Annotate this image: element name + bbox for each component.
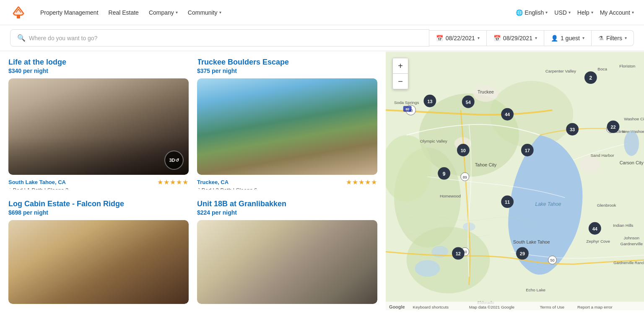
listing-image-lodge: 3D↺ <box>8 78 189 175</box>
guest-filter[interactable]: 👤 1 guest ▾ <box>544 30 592 46</box>
svg-text:50: 50 <box>550 258 554 262</box>
listing-image-truckee <box>197 78 377 175</box>
svg-text:54: 54 <box>466 100 471 105</box>
guest-icon: 👤 <box>551 35 558 42</box>
svg-text:Google: Google <box>389 304 405 309</box>
listing-title-cabin: Log Cabin Estate - Falcon Ridge <box>8 200 189 208</box>
listing-card-lodge[interactable]: Life at the lodge $340 per night 3D↺ Sou… <box>8 58 189 189</box>
listing-title-truckee: Truckee Boulders Escape <box>197 58 377 67</box>
search-placeholder: Where do you want to go? <box>29 35 97 42</box>
svg-text:Carpenter Valley: Carpenter Valley <box>545 69 576 73</box>
account-menu[interactable]: My Account ▾ <box>600 9 634 16</box>
main-layout: Life at the lodge $340 per night 3D↺ Sou… <box>0 51 644 311</box>
svg-text:Terms of Use: Terms of Use <box>540 305 565 309</box>
checkin-calendar-icon: 📅 <box>436 35 443 42</box>
svg-text:South Lake Tahoe: South Lake Tahoe <box>513 239 550 244</box>
filters-chevron-icon: ▾ <box>625 36 627 40</box>
svg-text:9: 9 <box>443 171 446 177</box>
checkout-date-filter[interactable]: 📅 08/29/2021 ▾ <box>487 30 544 46</box>
listing-meta-truckee: Truckee, CA ★★★★★ <box>197 178 377 186</box>
listing-location-lodge: South Lake Tahoe, CA <box>8 179 66 185</box>
svg-point-75 <box>624 131 639 156</box>
nav-real-estate[interactable]: Real Estate <box>109 9 139 16</box>
community-chevron-icon: ▾ <box>219 10 221 15</box>
listing-card-cabin[interactable]: Log Cabin Estate - Falcon Ridge $698 per… <box>8 200 189 304</box>
svg-text:80: 80 <box>405 107 409 111</box>
svg-text:Lake Tahoe: Lake Tahoe <box>535 201 561 207</box>
nav-property-management[interactable]: Property Management <box>40 9 99 16</box>
listing-card-unit18b[interactable]: Unit 18B at Granlibakken $224 per night <box>197 200 377 304</box>
header: Property Management Real Estate Company … <box>0 0 644 25</box>
search-icon: 🔍 <box>17 34 26 42</box>
svg-rect-1 <box>17 15 20 18</box>
currency-chevron-icon: ▾ <box>569 10 571 15</box>
svg-point-9 <box>579 156 600 173</box>
badge-3d-lodge: 3D↺ <box>164 151 184 170</box>
svg-text:44: 44 <box>592 226 597 231</box>
svg-text:12: 12 <box>456 251 461 256</box>
svg-text:Glenbrook: Glenbrook <box>597 203 616 208</box>
language-selector[interactable]: 🌐 English ▾ <box>516 9 548 16</box>
listing-image-cabin <box>8 220 189 304</box>
svg-text:22: 22 <box>610 125 615 130</box>
svg-text:11: 11 <box>505 200 510 205</box>
company-chevron-icon: ▾ <box>176 10 178 15</box>
svg-text:Zephyr Cove: Zephyr Cove <box>586 239 610 244</box>
map-zoom-in-button[interactable]: + <box>393 58 408 73</box>
listing-card-truckee[interactable]: Truckee Boulders Escape $375 per night T… <box>197 58 377 189</box>
checkout-calendar-icon: 📅 <box>493 35 501 42</box>
guest-chevron-icon: ▾ <box>582 36 584 40</box>
listing-details-truckee: 2 Bed | 2 Bath | Sleeps 6 <box>197 187 377 189</box>
svg-text:Tahoe City: Tahoe City <box>475 162 497 167</box>
globe-icon: 🌐 <box>516 9 523 16</box>
svg-text:Washoe City: Washoe City <box>624 117 644 121</box>
svg-text:Soda Springs: Soda Springs <box>394 100 419 105</box>
map-zoom-out-button[interactable]: − <box>393 74 408 89</box>
svg-text:Johnson: Johnson <box>623 236 639 240</box>
svg-text:Homewood: Homewood <box>440 194 461 198</box>
vacasa-logo-icon <box>10 4 27 21</box>
listing-stars-truckee: ★★★★★ <box>346 178 377 186</box>
map-svg: 80 50 89 50 28 80 Carpenter Valley Boca … <box>386 51 644 311</box>
listing-price-lodge: $340 per night <box>8 67 189 74</box>
location-search[interactable]: 🔍 Where do you want to go? <box>10 29 429 47</box>
account-chevron-icon: ▾ <box>632 10 634 15</box>
listing-image-unit18b <box>197 220 377 304</box>
svg-text:Truckee: Truckee <box>478 89 494 94</box>
checkin-date-filter[interactable]: 📅 08/22/2021 ▾ <box>429 30 487 46</box>
svg-text:Keyboard shortcuts: Keyboard shortcuts <box>413 305 449 309</box>
header-right: 🌐 English ▾ USD ▾ Help ▾ My Account ▾ <box>516 9 634 16</box>
logo-link[interactable] <box>10 4 27 21</box>
svg-text:Olympic Valley: Olympic Valley <box>420 139 447 143</box>
svg-text:Map data ©2021 Google: Map data ©2021 Google <box>469 305 515 309</box>
svg-text:Carson City: Carson City <box>620 160 644 165</box>
nav-company[interactable]: Company ▾ <box>149 9 178 16</box>
listing-price-unit18b: $224 per night <box>197 209 377 216</box>
main-nav: Property Management Real Estate Company … <box>40 9 516 16</box>
checkout-chevron-icon: ▾ <box>535 36 537 40</box>
svg-text:29: 29 <box>520 251 525 256</box>
listing-details-lodge: 1 Bed | 1 Bath | Sleeps 2 <box>8 187 189 189</box>
map-panel: + − <box>386 51 644 311</box>
nav-community[interactable]: Community ▾ <box>188 9 221 16</box>
currency-selector[interactable]: USD ▾ <box>554 9 571 16</box>
help-menu[interactable]: Help ▾ <box>577 9 593 16</box>
svg-point-11 <box>415 260 440 277</box>
listing-price-truckee: $375 per night <box>197 67 377 74</box>
help-chevron-icon: ▾ <box>591 10 593 15</box>
svg-text:Boca: Boca <box>597 67 607 71</box>
svg-text:89: 89 <box>463 175 467 179</box>
language-chevron-icon: ▾ <box>545 10 548 15</box>
svg-text:Report a map error: Report a map error <box>577 305 613 309</box>
svg-text:Sand Harbor: Sand Harbor <box>591 153 615 158</box>
listing-title-lodge: Life at the lodge <box>8 58 189 67</box>
svg-text:33: 33 <box>570 127 575 132</box>
listings-panel: Life at the lodge $340 per night 3D↺ Sou… <box>0 51 386 311</box>
svg-text:Gardnerville: Gardnerville <box>620 242 643 247</box>
map-container[interactable]: + − <box>386 51 644 311</box>
listing-location-truckee: Truckee, CA <box>197 179 229 185</box>
svg-text:17: 17 <box>525 148 530 153</box>
svg-text:44: 44 <box>505 112 510 117</box>
filters-button[interactable]: ⚗ Filters ▾ <box>592 30 634 46</box>
svg-text:13: 13 <box>427 99 432 104</box>
